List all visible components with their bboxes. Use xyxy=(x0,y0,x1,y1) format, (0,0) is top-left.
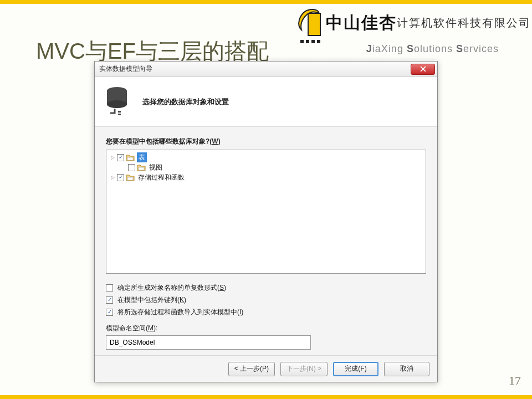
tree-label-views[interactable]: 视图 xyxy=(148,162,163,172)
options-group: 确定所生成对象名称的单复数形式(S) 在模型中包括外键列(K) 将所选存储过程和… xyxy=(106,282,426,318)
option-fkeys[interactable]: 在模型中包括外键列(K) xyxy=(106,294,426,306)
svg-rect-5 xyxy=(139,167,144,170)
company-logo-icon xyxy=(296,8,324,38)
checkbox-fkeys[interactable] xyxy=(106,296,113,304)
prompt-key: W xyxy=(212,137,218,145)
dialog-title: 实体数据模型向导 xyxy=(99,64,152,74)
company-logo-block: 中山佳杏 计算机软件科技有限公司 xyxy=(296,8,531,38)
slide-title-part1: MVC xyxy=(36,39,85,63)
option-pluralize[interactable]: 确定所生成对象名称的单复数形式(S) xyxy=(106,282,426,294)
slide-title-part4: 与三层的搭配 xyxy=(136,39,269,63)
namespace-label: 模型命名空间(M): xyxy=(106,324,426,333)
page-number: 17 xyxy=(509,374,521,388)
dialog-titlebar: 实体数据模型向导 xyxy=(95,62,437,77)
expander-icon[interactable]: ▷ xyxy=(110,155,116,161)
checkbox-tables[interactable] xyxy=(117,154,124,161)
prompt-suffix: ) xyxy=(218,137,221,145)
option-importsp-label: 将所选存储过程和函数导入到实体模型中(I) xyxy=(117,308,243,317)
dialog-footer: < 上一步(P) 下一步(N) > 完成(F) 取消 xyxy=(95,355,437,382)
logo-dots xyxy=(300,40,320,43)
tree-item-sprocs[interactable]: ▷ 存储过程和函数 xyxy=(110,172,422,182)
prompt-text: 您要在模型中包括哪些数据库对象?( xyxy=(106,137,212,145)
svg-rect-4 xyxy=(127,157,133,160)
dialog-banner: 选择您的数据库对象和设置 xyxy=(95,77,437,127)
checkbox-views[interactable] xyxy=(128,164,135,171)
tree-label-sprocs[interactable]: 存储过程和函数 xyxy=(137,172,186,182)
tree-item-views[interactable]: ▷ 视图 xyxy=(110,162,422,172)
banner-heading: 选择您的数据库对象和设置 xyxy=(142,97,229,107)
checkbox-pluralize[interactable] xyxy=(106,284,113,291)
option-importsp[interactable]: 将所选存储过程和函数导入到实体模型中(I) xyxy=(106,306,426,318)
wizard-dialog: 实体数据模型向导 选择您的数据库对象和设置 您要在模型中包括哪些数据库对象?(W… xyxy=(94,61,438,382)
checkbox-sprocs[interactable] xyxy=(117,174,124,181)
tree-label-tables[interactable]: 表 xyxy=(137,152,147,162)
svg-rect-2 xyxy=(118,111,121,112)
company-name-sub: 计算机软件科技有限公司 xyxy=(397,16,531,30)
next-button: 下一步(N) > xyxy=(280,362,328,376)
svg-rect-6 xyxy=(127,177,133,180)
dialog-body: 您要在模型中包括哪些数据库对象?(W) ▷ 表 ▷ 视图 ▷ xyxy=(95,127,437,355)
top-accent-strip xyxy=(0,0,532,4)
tree-item-tables[interactable]: ▷ 表 xyxy=(110,152,422,162)
folder-icon xyxy=(126,173,135,181)
prompt-label: 您要在模型中包括哪些数据库对象?(W) xyxy=(106,137,426,146)
db-objects-tree[interactable]: ▷ 表 ▷ 视图 ▷ 存储过程和函数 xyxy=(106,150,426,274)
slide-title-part3: EF xyxy=(108,39,136,63)
close-button[interactable] xyxy=(411,64,435,75)
option-pluralize-label: 确定所生成对象名称的单复数形式(S) xyxy=(117,283,226,293)
company-name-main: 中山佳杏 xyxy=(326,12,397,34)
prev-button[interactable]: < 上一步(P) xyxy=(228,362,275,376)
namespace-input[interactable] xyxy=(106,335,311,350)
expander-icon[interactable]: ▷ xyxy=(110,175,116,181)
bottom-accent-strip xyxy=(0,395,532,399)
slide-title-part2: 与 xyxy=(85,39,108,63)
company-name-en: JiaXing Solutions Services xyxy=(366,43,499,55)
folder-icon xyxy=(126,154,135,161)
svg-point-1 xyxy=(107,100,127,108)
database-icon xyxy=(105,85,132,119)
svg-rect-3 xyxy=(118,114,121,115)
checkbox-importsp[interactable] xyxy=(106,309,113,316)
option-fkeys-label: 在模型中包括外键列(K) xyxy=(117,295,186,305)
cancel-button[interactable]: 取消 xyxy=(384,362,429,376)
folder-icon xyxy=(137,163,146,171)
finish-button[interactable]: 完成(F) xyxy=(333,362,378,376)
